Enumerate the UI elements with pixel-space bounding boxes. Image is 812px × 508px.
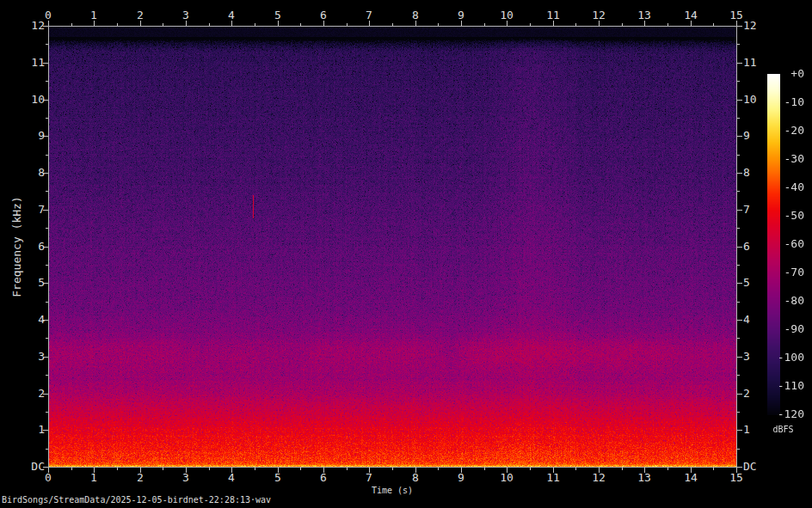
- time-tick-minor: [575, 468, 576, 470]
- time-tick-label: 6: [306, 472, 341, 484]
- freq-tick-minor: [46, 449, 48, 450]
- freq-tick-label: 12: [3, 20, 45, 32]
- time-tick-label: 12: [581, 472, 616, 484]
- freq-tick-minor: [737, 191, 740, 192]
- time-tick-label: 8: [398, 472, 433, 484]
- freq-tick-major: [737, 320, 742, 321]
- colorbar-tick-label: -120: [755, 408, 804, 420]
- freq-tick-minor: [737, 338, 740, 339]
- colorbar-tick-label: -10: [755, 96, 804, 108]
- time-tick-label: 4: [214, 9, 249, 21]
- time-tick-label: 9: [444, 9, 478, 21]
- freq-tick-label: 2: [3, 388, 45, 400]
- time-tick-label: 1: [77, 472, 111, 484]
- freq-tick-major: [737, 100, 742, 101]
- time-tick-label: 14: [674, 472, 708, 484]
- freq-tick-minor: [737, 302, 740, 303]
- freq-tick-label: 9: [3, 130, 45, 142]
- freq-tick-minor: [737, 449, 740, 450]
- freq-tick-minor: [737, 412, 740, 413]
- freq-tick-minor: [46, 155, 48, 156]
- freq-tick-label: 10: [3, 94, 45, 106]
- time-tick-label: 11: [536, 472, 570, 484]
- time-tick-minor: [713, 468, 714, 470]
- time-tick-minor: [484, 468, 485, 470]
- status-bar-file-path: BirdSongs/StreamData/2025-12-05-birdnet-…: [2, 494, 271, 505]
- freq-tick-minor: [46, 338, 48, 339]
- freq-tick-label: 11: [743, 57, 784, 69]
- time-tick-label: 13: [627, 472, 661, 484]
- colorbar-tick-label: -20: [755, 125, 804, 137]
- time-tick-label: 14: [674, 9, 708, 21]
- colorbar-tick-label: -70: [755, 266, 804, 278]
- freq-tick-minor: [737, 81, 740, 82]
- freq-tick-major: [737, 430, 742, 431]
- colorbar-tick-label: -50: [755, 210, 804, 222]
- colorbar-tick-label: +0: [755, 68, 804, 80]
- freq-tick-major: [737, 247, 742, 248]
- time-tick-minor: [622, 468, 623, 470]
- freq-tick-major: [737, 210, 742, 211]
- time-tick-label: 7: [352, 472, 386, 484]
- time-tick-minor: [438, 23, 439, 26]
- freq-tick-major: [737, 26, 742, 27]
- x-axis-title: Time (s): [306, 485, 478, 496]
- time-tick-minor: [163, 23, 163, 26]
- colorbar-tick-label: -80: [755, 295, 804, 307]
- time-tick-minor: [255, 468, 255, 470]
- time-tick-label: 7: [352, 9, 386, 21]
- freq-tick-major: [737, 63, 742, 64]
- freq-tick-label: 6: [3, 241, 45, 253]
- freq-tick-label: 3: [3, 351, 45, 363]
- time-tick-label: 0: [31, 472, 65, 484]
- time-tick-minor: [71, 468, 72, 470]
- time-tick-label: 2: [123, 472, 157, 484]
- time-tick-label: 12: [581, 9, 616, 21]
- time-tick-label: 10: [489, 9, 524, 21]
- freq-tick-label: 11: [3, 57, 45, 69]
- time-tick-label: 15: [719, 472, 754, 484]
- time-tick-minor: [438, 468, 439, 470]
- time-tick-minor: [209, 23, 210, 26]
- time-tick-minor: [163, 468, 163, 470]
- freq-tick-minor: [737, 155, 740, 156]
- colorbar-tick-label: -30: [755, 153, 804, 165]
- time-tick-minor: [392, 23, 393, 26]
- time-tick-minor: [530, 23, 531, 26]
- freq-tick-minor: [46, 302, 48, 303]
- time-tick-minor: [713, 23, 714, 26]
- time-tick-label: 1: [77, 9, 111, 21]
- freq-tick-major: [737, 173, 742, 174]
- freq-tick-minor: [46, 228, 48, 229]
- freq-tick-minor: [737, 44, 740, 45]
- time-tick-label: 5: [261, 472, 295, 484]
- freq-tick-major: [737, 357, 742, 358]
- freq-tick-minor: [737, 228, 740, 229]
- colorbar-tick-label: -100: [755, 352, 804, 364]
- freq-tick-minor: [737, 118, 740, 119]
- time-tick-minor: [530, 468, 531, 470]
- colorbar-unit-label: dBFS: [760, 424, 807, 435]
- time-tick-label: 3: [169, 9, 203, 21]
- freq-tick-minor: [737, 375, 740, 376]
- time-tick-minor: [71, 23, 72, 26]
- time-tick-minor: [575, 23, 576, 26]
- freq-tick-label: 5: [3, 277, 45, 289]
- freq-tick-major: [737, 283, 742, 284]
- freq-tick-major: [737, 394, 742, 395]
- time-tick-minor: [622, 23, 623, 26]
- time-tick-label: 3: [169, 472, 203, 484]
- freq-tick-minor: [46, 375, 48, 376]
- freq-tick-label: 7: [3, 204, 45, 216]
- time-tick-minor: [667, 468, 668, 470]
- time-tick-minor: [347, 468, 348, 470]
- freq-tick-minor: [46, 81, 48, 82]
- freq-tick-label: 4: [3, 314, 45, 326]
- colorbar-tick-label: -40: [755, 181, 804, 193]
- spectrogram-canvas[interactable]: [49, 27, 736, 467]
- freq-tick-label: 12: [743, 20, 784, 32]
- time-tick-label: 2: [123, 9, 157, 21]
- time-tick-minor: [117, 468, 118, 470]
- time-tick-minor: [667, 23, 668, 26]
- time-tick-label: 6: [306, 9, 341, 21]
